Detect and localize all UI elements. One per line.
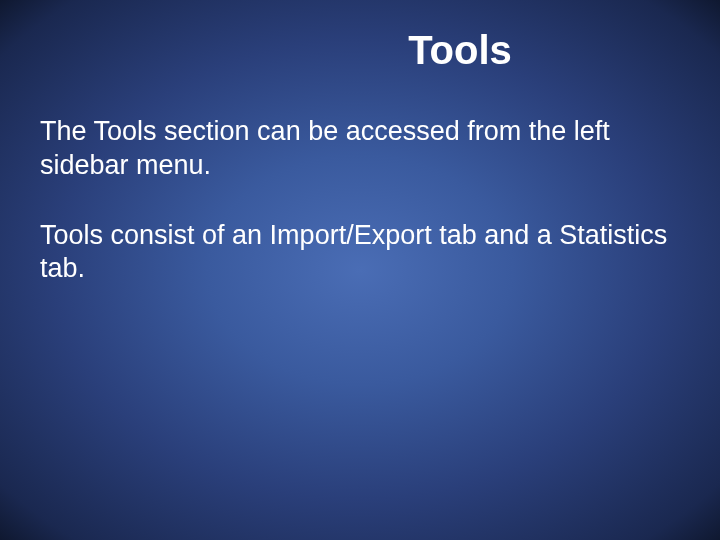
- paragraph-2: Tools consist of an Import/Export tab an…: [40, 219, 680, 287]
- slide-body: The Tools section can be accessed from t…: [40, 115, 680, 286]
- slide-container: Tools The Tools section can be accessed …: [0, 0, 720, 540]
- slide-title: Tools: [240, 28, 680, 73]
- paragraph-1: The Tools section can be accessed from t…: [40, 115, 680, 183]
